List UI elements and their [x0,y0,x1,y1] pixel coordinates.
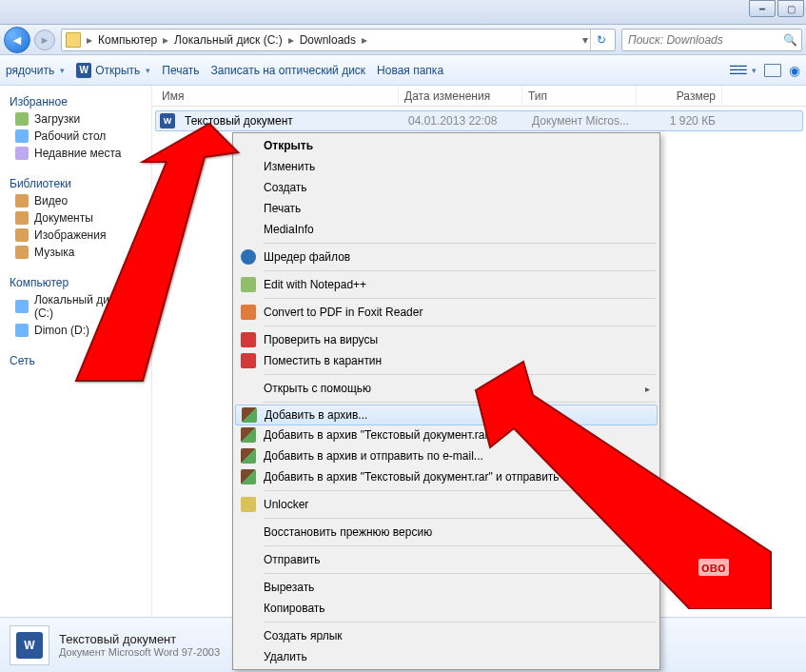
column-name[interactable]: Имя [156,86,399,106]
pictures-icon [15,228,29,242]
search-icon[interactable]: 🔍 [783,33,797,47]
music-icon [15,246,29,259]
toolbar: рядочить W Открыть Печать Записать на оп… [0,55,806,86]
ctx-cut[interactable]: Вырезать [235,577,658,598]
print-button[interactable]: Печать [162,64,199,77]
ctx-add-archive-named-send[interactable]: Добавить в архив "Текстовый документ.rar… [235,466,658,487]
ctx-add-archive-email[interactable]: Добавить в архив и отправить по e-mail..… [235,445,658,466]
chevron-right-icon: ▸ [161,33,170,47]
breadcrumb[interactable]: ▸ Компьютер ▸ Локальный диск (C:) ▸ Down… [61,29,616,51]
column-headers: Имя Дата изменения Тип Размер [152,86,806,107]
ctx-add-archive-named[interactable]: Добавить в архив "Текстовый документ.rar… [235,425,658,445]
ctx-mediainfo[interactable]: MediaInfo [235,219,658,240]
column-label: Тип [528,89,547,103]
column-date[interactable]: Дата изменения [399,86,522,106]
sidebar-computer-title[interactable]: Компьютер [0,270,151,291]
details-title: Текстовый документ [59,632,220,646]
sidebar-item-label: Музыка [34,246,74,259]
sidebar-item-drive-d[interactable]: Dimon (D:) [0,322,151,339]
sidebar-libraries-title[interactable]: Библиотеки [0,171,151,192]
ctx-foxit[interactable]: Convert to PDF in Foxit Reader [235,302,658,323]
column-label: Размер [677,89,716,103]
ctx-create[interactable]: Создать [235,177,658,198]
ctx-notepadpp[interactable]: Edit with Notepad++ [235,274,658,295]
breadcrumb-drive-c[interactable]: Локальный диск (C:) [170,33,286,47]
sidebar-item-recent[interactable]: Недавние места [0,145,151,162]
separator [264,573,656,574]
unlocker-icon [241,497,256,512]
organize-button[interactable]: рядочить [6,64,65,77]
separator [264,326,656,326]
file-row-selected[interactable]: W Текстовый документ 04.01.2013 22:08 До… [155,110,803,131]
sidebar-network-title[interactable]: Сеть [0,348,151,369]
ctx-edit[interactable]: Изменить [235,156,658,177]
winrar-icon [241,427,256,443]
word-doc-icon: W [160,113,175,128]
drive-icon [15,324,29,337]
search-box[interactable]: 🔍 [621,29,802,51]
context-menu: Открыть Изменить Создать Печать MediaInf… [232,132,660,670]
sidebar-item-label: Загрузки [34,112,80,126]
ctx-quarantine[interactable]: Поместить в карантин [235,350,658,371]
nav-forward-button[interactable]: ► [34,30,55,50]
ctx-label: Convert to PDF in Foxit Reader [264,306,423,319]
separator [264,298,656,299]
details-text: Текстовый документ Документ Microsoft Wo… [59,632,220,658]
ctx-send-to[interactable]: Отправить [235,549,658,570]
ctx-open[interactable]: Открыть [235,135,658,156]
open-button[interactable]: W Открыть [76,63,150,78]
ctx-open-with[interactable]: Открыть с помощью [235,378,658,399]
separator [264,402,656,403]
search-input[interactable] [626,32,783,48]
minimize-button[interactable]: ━ [749,0,776,17]
new-folder-button[interactable]: Новая папка [377,64,443,77]
open-label: Открыть [95,64,140,77]
ctx-add-archive[interactable]: Добавить в архив... [235,405,658,425]
sidebar-item-label: Видео [34,194,68,208]
chevron-down-icon[interactable]: ▾ [580,33,590,47]
burn-button[interactable]: Записать на оптический диск [211,64,366,77]
sidebar-item-pictures[interactable]: Изображения [0,227,151,244]
word-icon: W [76,63,91,78]
sidebar-item-documents[interactable]: Документы [0,209,151,227]
details-file-icon: W [10,625,49,665]
help-button[interactable]: ◉ [789,63,800,78]
ctx-shortcut[interactable]: Создать ярлык [235,625,658,646]
sidebar-item-label: Документы [34,211,93,225]
sidebar-item-label: Dimon (D:) [34,324,89,337]
sidebar-item-downloads[interactable]: Загрузки [0,110,151,128]
ctx-shredder[interactable]: Шредер файлов [235,247,658,267]
ctx-unlocker[interactable]: Unlocker [235,494,658,515]
ctx-label: Добавить в архив и отправить по e-mail..… [264,449,483,463]
nav-back-button[interactable]: ◄ [4,27,30,53]
desktop-icon [15,129,29,143]
maximize-button[interactable]: ▢ [777,0,804,17]
sidebar-item-music[interactable]: Музыка [0,244,151,261]
notepadpp-icon [241,277,256,292]
preview-pane-button[interactable] [764,64,781,77]
view-options-button[interactable]: ☰☰ [729,64,757,77]
recent-icon [15,147,29,160]
ctx-restore[interactable]: Восстановить прежнюю версию [235,522,658,543]
sidebar-item-desktop[interactable]: Рабочий стол [0,128,151,145]
sidebar-item-videos[interactable]: Видео [0,192,151,209]
column-size[interactable]: Размер [637,86,722,106]
winrar-icon [241,469,256,484]
ctx-label: Проверить на вирусы [264,333,378,346]
kaspersky-icon [241,332,256,347]
chevron-right-icon: ▸ [85,33,94,47]
sidebar-item-drive-c[interactable]: Локальный диск (C:) [0,291,151,322]
ctx-virus-check[interactable]: Проверить на вирусы [235,329,658,350]
ctx-print[interactable]: Печать [235,198,658,219]
ctx-delete[interactable]: Удалить [235,646,658,667]
breadcrumb-computer[interactable]: Компьютер [94,33,161,47]
chevron-right-icon: ▸ [360,33,369,47]
column-label: Имя [162,89,184,103]
column-type[interactable]: Тип [522,86,637,106]
file-date: 04.01.2013 22:08 [403,114,526,128]
refresh-button[interactable]: ↻ [590,30,611,50]
kaspersky-icon [241,353,256,368]
ctx-copy[interactable]: Копировать [235,598,658,619]
sidebar-favorites-title[interactable]: Избранное [0,89,151,110]
breadcrumb-downloads[interactable]: Downloads [296,33,360,47]
